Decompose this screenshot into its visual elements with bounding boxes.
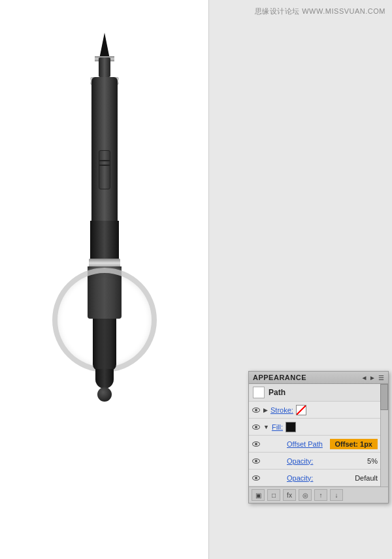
appearance-panel: APPEARANCE ◄ ► ☰ Path ▶ — [248, 371, 389, 503]
opacity-label-2[interactable]: Opacity: — [263, 474, 352, 482]
eye-icon-opacity2 — [252, 475, 260, 481]
toolbar-duplicate-button[interactable]: □ — [267, 489, 280, 501]
fill-expand-arrow[interactable]: ▼ — [263, 424, 269, 430]
pen-bottom-ball — [97, 387, 112, 402]
stroke-visibility-toggle[interactable] — [252, 406, 261, 415]
pen-end-cap — [95, 369, 114, 389]
path-thumbnail — [253, 387, 265, 398]
right-panel: 思缘设计论坛 WWW.MISSVUAN.COM APPEARANCE ◄ ► ☰… — [209, 0, 392, 559]
opacity-label-1[interactable]: Opacity: — [263, 457, 365, 465]
toolbar-add-button[interactable]: ▣ — [252, 489, 265, 501]
eye-icon — [252, 407, 260, 413]
opacity-row-2: Opacity: Default — [249, 470, 380, 487]
stroke-expand-arrow[interactable]: ▶ — [263, 407, 268, 413]
opacity-row-1: Opacity: 5% — [249, 453, 380, 470]
panel-titlebar: APPEARANCE ◄ ► ☰ — [249, 372, 388, 384]
fill-row: ▼ Fill: — [249, 419, 380, 436]
panel-title: APPEARANCE — [253, 374, 306, 381]
pen-body-upper — [91, 77, 118, 221]
left-panel — [0, 0, 209, 559]
toolbar-down-button[interactable]: ↓ — [330, 489, 343, 501]
toolbar-fx-button[interactable]: fx — [283, 489, 296, 501]
offset-value-button[interactable]: Offset: 1px — [330, 439, 378, 449]
stroke-row: ▶ Stroke: — [249, 402, 380, 419]
panel-toolbar: ▣ □ fx ◎ ↑ ↓ — [249, 487, 388, 503]
offset-path-row: Offset Path Offset: 1px — [249, 436, 380, 453]
toolbar-up-button[interactable]: ↑ — [314, 489, 327, 501]
pen-tip — [99, 33, 110, 59]
pen-indent-1 — [99, 160, 110, 161]
panel-minimize-icon[interactable]: ◄ ► — [361, 374, 376, 381]
offset-visibility-toggle[interactable] — [252, 439, 261, 449]
stroke-swatch[interactable] — [296, 405, 306, 415]
pen-illustration — [65, 33, 144, 438]
watermark: 思缘设计论坛 WWW.MISSVUAN.COM — [255, 7, 385, 16]
offset-path-link[interactable]: Offset Path — [263, 440, 327, 448]
panel-scrollbar[interactable] — [380, 384, 388, 487]
panel-menu-icon[interactable]: ☰ — [378, 374, 384, 381]
scrollbar-thumb[interactable] — [380, 384, 388, 410]
opacity2-visibility-toggle[interactable] — [252, 473, 261, 483]
opacity1-visibility-toggle[interactable] — [252, 456, 261, 466]
toolbar-clear-button[interactable]: ◎ — [299, 489, 312, 501]
opacity-value-1: 5% — [367, 457, 378, 465]
stroke-link[interactable]: Stroke: — [270, 406, 293, 414]
eye-icon-fill — [252, 424, 260, 430]
pen-nib — [93, 319, 116, 371]
fill-link[interactable]: Fill: — [272, 423, 283, 431]
fill-swatch[interactable] — [286, 422, 296, 432]
pen-body-middle — [90, 221, 119, 260]
path-row: Path — [249, 384, 380, 402]
path-label: Path — [269, 388, 286, 397]
eye-icon-opacity1 — [252, 458, 260, 464]
pen-indent-2 — [99, 165, 110, 166]
fill-visibility-toggle[interactable] — [252, 423, 261, 432]
pen-upper-narrow — [99, 57, 110, 77]
panel-content: Path ▶ Stroke: ▼ Fill: — [249, 384, 380, 487]
panel-body: Path ▶ Stroke: ▼ Fill: — [249, 384, 388, 487]
panel-title-controls[interactable]: ◄ ► ☰ — [361, 374, 384, 381]
pen-button[interactable] — [99, 150, 110, 189]
eye-icon-offset — [252, 441, 260, 447]
opacity-value-2: Default — [355, 474, 378, 482]
